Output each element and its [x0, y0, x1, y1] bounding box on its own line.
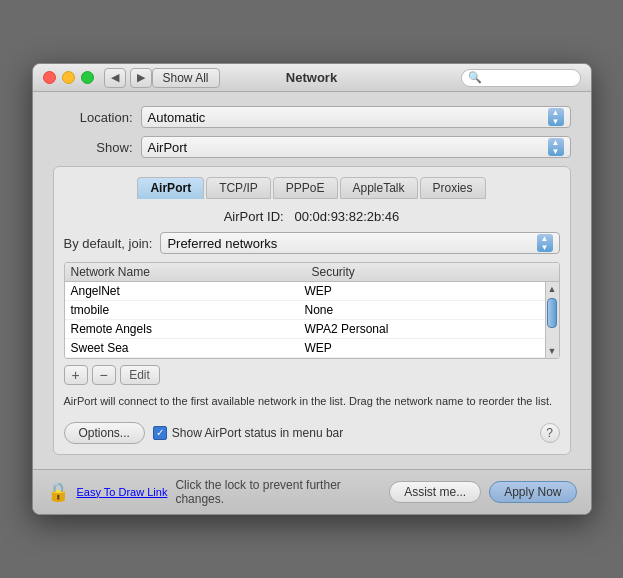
network-name-1: tmobile: [71, 303, 305, 317]
options-button[interactable]: Options...: [64, 422, 145, 444]
show-status-checkbox-area: ✓ Show AirPort status in menu bar: [153, 426, 343, 440]
help-button[interactable]: ?: [540, 423, 560, 443]
remove-network-button[interactable]: −: [92, 365, 116, 385]
assist-button[interactable]: Assist me...: [389, 481, 481, 503]
network-list: AngelNet WEP tmobile None Remote Angels …: [65, 282, 545, 358]
col-name-header: Network Name: [71, 265, 312, 279]
titlebar: ◀ ▶ Show All Network 🔍: [33, 64, 591, 92]
airport-id-value: 00:0d:93:82:2b:46: [294, 209, 399, 224]
show-value: AirPort: [148, 140, 188, 155]
table-row[interactable]: Remote Angels WPA2 Personal: [65, 320, 545, 339]
network-table: Network Name Security AngelNet WEP tmobi…: [64, 262, 560, 359]
tab-tcpip[interactable]: TCP/IP: [206, 177, 271, 199]
lock-icon[interactable]: 🔒: [47, 481, 69, 503]
bottom-bar: Options... ✓ Show AirPort status in menu…: [64, 422, 560, 444]
airport-id-label: AirPort ID:: [224, 209, 284, 224]
network-name-2: Remote Angels: [71, 322, 305, 336]
location-select[interactable]: Automatic ▲ ▼: [141, 106, 571, 128]
location-row: Location: Automatic ▲ ▼: [53, 106, 571, 128]
scroll-up-button[interactable]: ▲: [546, 282, 559, 296]
back-button[interactable]: ◀: [104, 68, 126, 88]
tab-pppoe[interactable]: PPPoE: [273, 177, 338, 199]
table-row[interactable]: Sweet Sea WEP: [65, 339, 545, 358]
show-all-button[interactable]: Show All: [152, 68, 220, 88]
tab-appletalk[interactable]: AppleTalk: [340, 177, 418, 199]
nav-controls: ◀ ▶: [104, 68, 152, 88]
content-area: Location: Automatic ▲ ▼ Show: AirPort ▲ …: [33, 92, 591, 469]
show-row: Show: AirPort ▲ ▼: [53, 136, 571, 158]
join-select[interactable]: Preferred networks ▲ ▼: [160, 232, 559, 254]
join-row: By default, join: Preferred networks ▲ ▼: [64, 232, 560, 254]
easy-to-draw-link[interactable]: Easy To Draw Link: [77, 486, 168, 498]
network-security-3: WEP: [305, 341, 539, 355]
maximize-button[interactable]: [81, 71, 94, 84]
window-title: Network: [286, 70, 337, 85]
show-arrows: ▲ ▼: [548, 138, 564, 156]
scrollbar[interactable]: ▲ ▼: [545, 282, 559, 358]
network-name-3: Sweet Sea: [71, 341, 305, 355]
airport-id-row: AirPort ID: 00:0d:93:82:2b:46: [64, 209, 560, 224]
tabs: AirPort TCP/IP PPPoE AppleTalk Proxies: [64, 177, 560, 199]
tab-proxies[interactable]: Proxies: [420, 177, 486, 199]
show-status-checkbox[interactable]: ✓: [153, 426, 167, 440]
main-window: ◀ ▶ Show All Network 🔍 Location: Automat…: [32, 63, 592, 515]
join-value: Preferred networks: [167, 236, 277, 251]
forward-button[interactable]: ▶: [130, 68, 152, 88]
apply-button[interactable]: Apply Now: [489, 481, 576, 503]
search-icon: 🔍: [468, 71, 482, 84]
network-security-1: None: [305, 303, 539, 317]
footer: 🔒 Easy To Draw Link Click the lock to pr…: [33, 469, 591, 514]
table-row[interactable]: AngelNet WEP: [65, 282, 545, 301]
minimize-button[interactable]: [62, 71, 75, 84]
table-controls: + − Edit: [64, 365, 560, 385]
table-row[interactable]: tmobile None: [65, 301, 545, 320]
window-controls: [43, 71, 94, 84]
tab-airport[interactable]: AirPort: [137, 177, 204, 199]
edit-network-button[interactable]: Edit: [120, 365, 160, 385]
scroll-down-button[interactable]: ▼: [546, 344, 559, 358]
location-value: Automatic: [148, 110, 206, 125]
network-name-0: AngelNet: [71, 284, 305, 298]
footer-text: Click the lock to prevent further change…: [175, 478, 381, 506]
location-label: Location:: [53, 110, 133, 125]
show-status-label: Show AirPort status in menu bar: [172, 426, 343, 440]
col-security-header: Security: [312, 265, 553, 279]
search-input[interactable]: 🔍: [461, 69, 581, 87]
location-arrows: ▲ ▼: [548, 108, 564, 126]
show-label: Show:: [53, 140, 133, 155]
show-select[interactable]: AirPort ▲ ▼: [141, 136, 571, 158]
description-text: AirPort will connect to the first availa…: [64, 393, 560, 410]
table-scroll-area: AngelNet WEP tmobile None Remote Angels …: [65, 282, 559, 358]
network-security-0: WEP: [305, 284, 539, 298]
add-network-button[interactable]: +: [64, 365, 88, 385]
network-security-2: WPA2 Personal: [305, 322, 539, 336]
close-button[interactable]: [43, 71, 56, 84]
tab-panel: AirPort TCP/IP PPPoE AppleTalk Proxies A…: [53, 166, 571, 455]
join-arrows: ▲ ▼: [537, 234, 553, 252]
join-label: By default, join:: [64, 236, 153, 251]
table-header: Network Name Security: [65, 263, 559, 282]
scroll-thumb[interactable]: [547, 298, 557, 328]
